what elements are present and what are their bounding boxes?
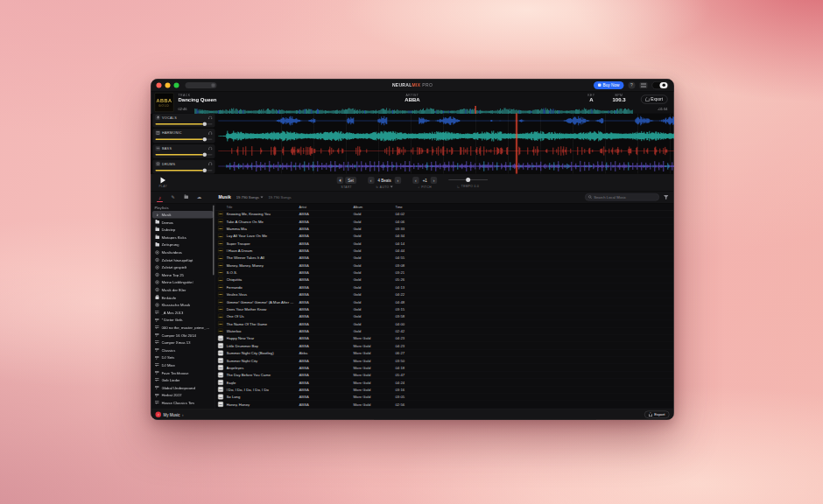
stem-volume-slider[interactable] — [156, 168, 213, 172]
sidebar-item[interactable]: DJ Sets — [152, 354, 214, 361]
sidebar-item[interactable]: Zeitsprung — [152, 241, 214, 248]
sidebar-item[interactable]: House Classics Tim — [152, 399, 214, 407]
streaming-source-button[interactable]: ✎ — [170, 192, 177, 201]
sidebar-item[interactable]: * Dieter Geb. — [152, 316, 214, 324]
export-button-bottom[interactable]: Export — [644, 411, 669, 419]
sidebar-item[interactable]: Herbst 2017 — [152, 391, 214, 399]
headphones-icon[interactable] — [208, 116, 213, 119]
table-row[interactable]: ABBA S.O.S. ABBA Gold 03:21 — [215, 269, 674, 276]
sidebar-item[interactable]: Demos — [152, 219, 214, 227]
table-row[interactable]: ABBA Happy New Year ABBA More Gold 04:23 — [215, 335, 674, 342]
local-music-source-button[interactable]: ♪ — [157, 192, 164, 201]
buy-now-button[interactable]: Buy Now — [594, 81, 624, 89]
table-row[interactable]: ABBA Chiquitita ABBA Gold 05:26 — [215, 276, 674, 284]
export-button-top[interactable]: Export — [641, 95, 668, 104]
column-artist[interactable]: Artist — [299, 205, 354, 209]
sidebar-item[interactable]: Mixtapes Kicks — [152, 234, 214, 242]
column-album[interactable]: Album — [354, 205, 396, 209]
loop-decrease-button[interactable]: ‹ — [368, 177, 375, 184]
set-start-button[interactable]: Set — [345, 177, 356, 184]
table-row[interactable]: ABBA Summer Night City ABBA More Gold 03… — [215, 357, 674, 364]
zoom-button[interactable] — [174, 82, 179, 88]
my-music-selector[interactable]: ♪ My Music › — [156, 412, 184, 418]
tempo-slider[interactable] — [448, 177, 488, 184]
sidebar-item[interactable]: Zuletzt hinzugefügt — [152, 256, 214, 264]
theme-toggle[interactable] — [652, 81, 669, 89]
headphones-icon[interactable] — [208, 131, 213, 135]
table-row[interactable]: ABBA I Do, I Do, I Do, I Do, I Do ABBA M… — [215, 386, 674, 393]
files-source-button[interactable] — [183, 192, 190, 201]
table-row[interactable]: ABBA Take A Chance On Me ABBA Gold 04:06 — [215, 218, 674, 225]
stem-strip-drums[interactable]: DRUMS — [153, 159, 215, 173]
sidebar-item[interactable]: Zuletzt gespielt — [152, 263, 214, 271]
stem-volume-slider[interactable] — [156, 122, 213, 126]
waveform-lane-drums[interactable] — [217, 159, 674, 173]
loop-increase-button[interactable]: › — [395, 177, 402, 184]
sidebar-item[interactable]: _A Mes 2013 — [152, 309, 214, 317]
auto-loop-label[interactable]: ↻AUTO — [368, 186, 401, 189]
sidebar-item[interactable]: Dubstep — [152, 226, 214, 234]
table-row[interactable]: ABBA I Have A Dream ABBA Gold 04:44 — [215, 247, 674, 254]
cloud-source-button[interactable]: ☁ — [196, 192, 203, 201]
sidebar-scrollbar[interactable] — [213, 206, 215, 276]
sidebar-item[interactable]: ♪ Musik — [152, 211, 214, 219]
songs-dropdown[interactable]: 19.790 Songs — [236, 195, 264, 200]
table-row[interactable]: ABBA So Long ABBA More Gold 03:05 — [215, 394, 674, 401]
table-row[interactable]: ABBA Mamma Mia ABBA Gold 03:33 — [215, 225, 674, 232]
sidebar-item[interactable]: Camper Xmas 13 — [152, 339, 214, 346]
slider-knob[interactable] — [202, 137, 207, 142]
sidebar-item[interactable]: Classics — [152, 346, 214, 354]
sidebar-item[interactable]: Klassische Musik — [152, 301, 214, 309]
sidebar-item[interactable]: Meine Top 25 — [152, 271, 214, 279]
close-button[interactable] — [157, 82, 162, 88]
table-row[interactable]: ABBA The Winner Takes It All ABBA Gold 0… — [215, 255, 674, 262]
table-row[interactable]: ABBA Gimme! Gimme! Gimme! (A Man After M… — [215, 298, 674, 305]
filter-icon[interactable] — [664, 195, 669, 200]
table-row[interactable]: ABBA Angeleyes ABBA More Gold 04:18 — [215, 364, 674, 371]
table-row[interactable]: ABBA Lay All Your Love On Me ABBA Gold 0… — [215, 233, 674, 240]
pitch-down-button[interactable]: ‹ — [412, 177, 419, 184]
slider-knob[interactable] — [202, 168, 207, 172]
titlebar-accessory[interactable] — [186, 82, 217, 88]
sidebar-item[interactable]: Geb Lieder — [152, 376, 214, 384]
slider-knob[interactable] — [202, 153, 207, 158]
table-row[interactable]: ABBA Does Your Mother Know ABBA Gold 03:… — [215, 305, 674, 312]
sidebar-item[interactable]: Einkäufe — [152, 294, 214, 302]
table-row[interactable]: ABBA Fernando ABBA Gold 04:13 — [215, 284, 674, 290]
stem-volume-slider[interactable] — [156, 152, 213, 157]
table-row[interactable]: ABBA The Name Of The Game ABBA Gold 04:0… — [215, 320, 674, 327]
headphones-icon[interactable] — [208, 147, 213, 150]
sidebar-item[interactable]: Fave Techhouse — [152, 368, 214, 376]
stem-strip-vocals[interactable]: VOCALS — [153, 114, 215, 128]
minimize-button[interactable] — [165, 82, 171, 88]
table-row[interactable]: ABBA Summer Night City (Bootleg) Abba Mo… — [215, 349, 674, 356]
search-field[interactable] — [585, 193, 659, 201]
sidebar-item[interactable]: Camper 16 Okt 2014 — [152, 332, 214, 340]
column-time[interactable]: Time — [396, 205, 422, 209]
stem-volume-slider[interactable] — [156, 137, 213, 142]
table-row[interactable]: ABBA The Day Before You Came ABBA More G… — [215, 372, 674, 379]
overview-waveform[interactable] — [195, 106, 651, 112]
waveform-lane-harmonic[interactable] — [217, 129, 674, 143]
table-row[interactable]: ABBA Super Trouper ABBA Gold 04:14 — [215, 240, 674, 247]
table-row[interactable]: ABBA Voulez-Vous ABBA Gold 04:22 — [215, 291, 674, 298]
pitch-up-button[interactable]: › — [431, 177, 438, 184]
table-row[interactable]: ABBA Money, Money, Money ABBA Gold 03:08 — [215, 262, 674, 269]
waveform-lane-bass[interactable] — [217, 144, 674, 158]
table-row[interactable]: ABBA Little Drummer Boy ABBA More Gold 0… — [215, 342, 674, 349]
table-row[interactable]: ABBA Waterloo ABBA Gold 02:42 — [215, 327, 674, 334]
table-row[interactable]: ABBA Knowing Me, Knowing You ABBA Gold 0… — [215, 211, 674, 218]
stem-waveform-lanes[interactable] — [217, 114, 674, 174]
help-button[interactable]: ? — [629, 81, 636, 88]
column-title[interactable]: Title — [227, 205, 299, 209]
stem-strip-bass[interactable]: BASS — [153, 144, 215, 158]
stem-strip-harmonic[interactable]: HARMONIC — [153, 129, 215, 143]
table-row[interactable]: ABBA One Of Us ABBA Gold 03:58 — [215, 313, 674, 320]
table-row[interactable]: ABBA Eagle ABBA More Gold 04:24 — [215, 379, 674, 386]
loop-length-value[interactable]: 4 Beats — [376, 178, 392, 183]
sidebar-item[interactable]: Musikvideos — [152, 248, 214, 256]
sidebar-item[interactable]: Meine Lieblingstitel — [152, 278, 214, 286]
sidebar-item[interactable]: Global Underground — [152, 384, 214, 392]
table-row[interactable]: ABBA Honey, Honey ABBA More Gold 02:56 — [215, 401, 674, 408]
slider-knob[interactable] — [202, 122, 207, 126]
